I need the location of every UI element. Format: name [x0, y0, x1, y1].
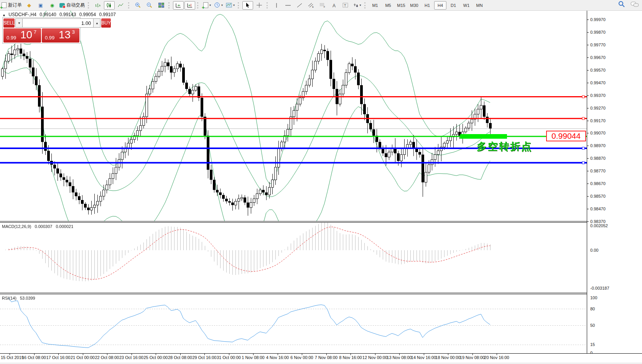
price-tick-mark: [587, 32, 589, 33]
horizontal-line-button[interactable]: [283, 1, 293, 10]
macd-name: MACD(12,26,9): [2, 224, 31, 229]
macd-axis-label: 0.002052: [590, 223, 608, 228]
sell-button[interactable]: SELL: [3, 18, 15, 28]
terminal-icon: ▣: [38, 3, 43, 8]
time-tick-label: 29 Oct 16:00: [193, 355, 217, 360]
timeframe-m1-button[interactable]: M1: [369, 1, 381, 10]
bar-chart-button[interactable]: [92, 1, 103, 10]
rsi-panel-canvas[interactable]: [0, 294, 587, 353]
timeframe-d1-button[interactable]: D1: [447, 1, 459, 10]
macd-axis-label: 0.00: [590, 248, 598, 253]
time-tick-label: 20 Nov 16:00: [484, 355, 509, 360]
price-tick-mark: [587, 158, 589, 159]
templates-dropdown-arrow[interactable]: ▾: [233, 3, 235, 7]
buy-price-sup: 3: [72, 29, 75, 35]
timeframe-h1-button[interactable]: H1: [421, 1, 433, 10]
autotrading-button[interactable]: 自动交易: [58, 1, 86, 10]
indicators-button[interactable]: ▾: [202, 1, 212, 10]
macd-panel-canvas[interactable]: [0, 223, 587, 293]
signals-button[interactable]: ◉: [47, 1, 58, 10]
zoom-in-button[interactable]: [133, 1, 143, 10]
price-tick-label: 0.99370: [590, 93, 606, 98]
cursor-icon: [245, 2, 250, 8]
fibonacci-button[interactable]: F: [317, 1, 328, 10]
text-label-button[interactable]: T: [340, 1, 351, 10]
sell-price-button[interactable]: 0.99 10 7: [3, 28, 41, 43]
macd-axis-label: -0.003187: [590, 286, 609, 290]
text-button[interactable]: A: [329, 1, 339, 10]
buy-price-button[interactable]: 0.99 13 3: [42, 28, 79, 43]
price-tick-mark: [587, 70, 589, 71]
price-tick-label: 0.98470: [590, 207, 606, 211]
rsi-axis-label: 50: [590, 323, 595, 328]
time-tick-label: 16 Oct 08:00: [22, 355, 46, 360]
volume-down-button[interactable]: ▼: [15, 18, 23, 28]
price-tick-mark: [587, 45, 589, 45]
time-tick-label: 23 Oct 16:00: [119, 355, 143, 360]
mt4-window: 新订单 ◆ ▣ ◉ 自动交易: [0, 0, 642, 364]
auto-scroll-button[interactable]: [173, 1, 184, 10]
price-scale[interactable]: 0.999700.998700.997700.996700.995700.994…: [587, 11, 642, 362]
line-chart-button[interactable]: [115, 1, 126, 10]
autotrading-label: 自动交易: [66, 2, 85, 8]
price-tick-label: 0.98370: [590, 219, 606, 224]
rsi-label: RSI(14) 53.0399: [2, 296, 35, 300]
main-chart-canvas[interactable]: [0, 11, 587, 221]
text-icon: A: [332, 3, 337, 8]
volume-input[interactable]: [23, 18, 93, 28]
terminal-button[interactable]: ▣: [35, 1, 46, 10]
channel-icon: E: [308, 2, 314, 8]
price-level-annotation[interactable]: 0.99044: [546, 131, 586, 141]
templates-button[interactable]: ▾: [225, 1, 236, 10]
ohlc-low: 0.99054: [79, 12, 96, 17]
metaeditor-button[interactable]: ◆: [24, 1, 35, 10]
time-tick-label: 18 Nov 00:00: [435, 355, 460, 360]
toolbar-group-trade: 新订单 ◆ ▣ ◉ 自动交易: [0, 0, 86, 10]
time-scale[interactable]: 15 Oct 201916 Oct 08:0017 Oct 16:0021 Oc…: [0, 354, 642, 362]
timeframe-h4-button[interactable]: H4: [434, 1, 446, 10]
time-tick-label: 14 Nov 16:00: [411, 355, 436, 360]
toolbar-group-objects: ▾ ▾ ▾: [196, 0, 236, 10]
ohlc-close: 0.99107: [99, 12, 115, 17]
time-tick-label: 17 Oct 16:00: [46, 355, 71, 360]
symbol-period: USDCHF-,H4: [8, 12, 36, 17]
svg-text:T: T: [344, 3, 346, 7]
timeframe-mn-button[interactable]: MN: [473, 1, 486, 10]
timeframe-w1-button[interactable]: W1: [460, 1, 472, 10]
one-click-trading-panel: SELL ▼ ▲ BUY 0.99 10 7 0.99 13 3: [2, 17, 81, 44]
macd-label: MACD(12,26,9) 0.000307 0.000021: [2, 224, 73, 229]
new-order-button[interactable]: 新订单: [0, 1, 23, 10]
arrows-dropdown-arrow[interactable]: ▾: [360, 3, 361, 7]
rsi-axis-label: 15: [590, 342, 595, 347]
chart-shift-button[interactable]: [184, 1, 195, 10]
time-tick-label: 4 Nov 16:00: [266, 355, 289, 360]
toolbar-grip: [267, 2, 270, 8]
indicators-dropdown-arrow[interactable]: ▾: [209, 3, 211, 7]
svg-text:E: E: [312, 6, 314, 8]
trendline-button[interactable]: [294, 1, 305, 10]
timeframe-m30-button[interactable]: M30: [408, 1, 420, 10]
buy-price-big: 13: [59, 29, 71, 41]
candlestick-chart-button[interactable]: [104, 1, 115, 10]
macd-main-value: 0.000307: [35, 224, 52, 229]
collapse-arrow-icon[interactable]: ▲: [2, 13, 6, 17]
chinese-note-text[interactable]: 多空转折点: [477, 140, 532, 153]
equidistant-channel-button[interactable]: E: [306, 1, 316, 10]
price-tick-label: 0.99970: [590, 17, 606, 22]
new-order-icon: [2, 2, 7, 8]
periods-button[interactable]: ▾: [213, 1, 224, 10]
zoom-out-button[interactable]: [144, 1, 155, 10]
buy-button[interactable]: BUY: [101, 18, 111, 28]
vertical-line-button[interactable]: [271, 1, 282, 10]
timeframe-m5-button[interactable]: M5: [382, 1, 394, 10]
volume-up-button[interactable]: ▲: [93, 18, 100, 28]
periods-dropdown-arrow[interactable]: ▾: [221, 3, 223, 7]
timeframe-m15-button[interactable]: M15: [395, 1, 407, 10]
arrows-button[interactable]: ▾: [352, 1, 362, 10]
price-tick-mark: [587, 133, 589, 133]
search-icon[interactable]: [618, 1, 625, 8]
tile-windows-button[interactable]: [156, 1, 166, 10]
chat-icon[interactable]: [630, 1, 639, 7]
crosshair-button[interactable]: [254, 1, 265, 10]
cursor-button[interactable]: [242, 1, 253, 10]
